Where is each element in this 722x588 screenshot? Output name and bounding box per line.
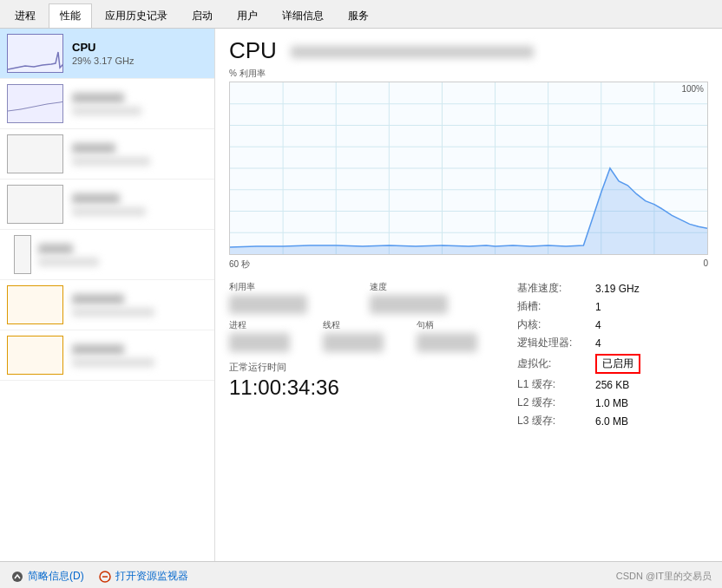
info-l1-val: 256 KB xyxy=(595,379,629,391)
stat-util: 利用率 xyxy=(229,281,370,314)
stats-left: 利用率 速度 进程 线程 xyxy=(229,281,510,432)
sidebar-item-mem[interactable] xyxy=(0,79,214,129)
open-monitor-label: 打开资源监视器 xyxy=(115,569,188,584)
sidebar: CPU 29% 3.17 GHz xyxy=(0,29,215,561)
content-header: CPU xyxy=(229,37,708,64)
tab-details[interactable]: 详细信息 xyxy=(271,3,335,28)
mem-mini-graph xyxy=(7,84,63,123)
info-l1: L1 缓存: 256 KB xyxy=(517,377,708,392)
tab-users[interactable]: 用户 xyxy=(226,3,269,28)
gpu1-item-info xyxy=(72,294,207,317)
stat-row-proc-thread-handle: 进程 线程 句柄 xyxy=(229,319,510,352)
info-table: 基准速度: 3.19 GHz 插槽: 1 内核: 4 逻辑处理器: 4 xyxy=(517,281,708,428)
info-logical: 逻辑处理器: 4 xyxy=(517,336,708,350)
info-logical-key: 逻辑处理器: xyxy=(517,336,595,350)
cpu-chart: 100% xyxy=(229,82,708,255)
disk2-item-subtitle xyxy=(72,207,146,216)
gpu2-item-subtitle xyxy=(72,358,154,367)
tab-bar: 进程 性能 应用历史记录 启动 用户 详细信息 服务 xyxy=(0,0,722,29)
info-logical-val: 4 xyxy=(595,337,601,350)
summary-label: 简略信息(D) xyxy=(28,569,84,584)
sidebar-item-disk1[interactable] xyxy=(0,129,214,180)
info-core-key: 内核: xyxy=(517,317,595,332)
svg-rect-2 xyxy=(8,186,63,224)
net-item-subtitle xyxy=(38,258,99,266)
info-socket: 插槽: 1 xyxy=(517,299,708,314)
tab-services[interactable]: 服务 xyxy=(337,3,380,28)
net-item-title xyxy=(38,244,73,254)
info-l3: L3 缓存: 6.0 MB xyxy=(517,414,708,428)
content-subtitle-blurred xyxy=(291,46,534,58)
sidebar-item-disk2[interactable] xyxy=(0,180,214,230)
svg-rect-0 xyxy=(8,85,63,123)
info-l2-val: 1.0 MB xyxy=(595,397,628,409)
stats-section: 利用率 速度 进程 线程 xyxy=(229,281,708,432)
sidebar-item-cpu[interactable]: CPU 29% 3.17 GHz xyxy=(0,29,214,79)
tab-startup[interactable]: 启动 xyxy=(180,3,224,28)
info-base-speed: 基准速度: 3.19 GHz xyxy=(517,281,708,296)
summary-button[interactable]: 简略信息(D) xyxy=(10,569,84,584)
uptime-value: 11:00:34:36 xyxy=(229,376,510,400)
info-l3-key: L3 缓存: xyxy=(517,414,595,428)
stat-process: 进程 xyxy=(229,319,323,352)
stat-util-value xyxy=(229,295,307,314)
stat-thread-label: 线程 xyxy=(323,319,417,331)
stat-speed-label: 速度 xyxy=(370,281,510,293)
net-item-info xyxy=(38,244,207,266)
sidebar-item-gpu1[interactable] xyxy=(0,280,214,330)
stat-speed: 速度 xyxy=(370,281,510,314)
stat-thread: 线程 xyxy=(323,319,417,352)
uptime-label: 正常运行时间 xyxy=(229,361,510,374)
mem-item-info xyxy=(72,93,207,115)
net-mini-graph xyxy=(14,235,31,274)
disk1-item-subtitle xyxy=(72,157,150,166)
main-layout: CPU 29% 3.17 GHz xyxy=(0,29,722,561)
uptime-container: 正常运行时间 11:00:34:36 xyxy=(229,361,510,400)
sidebar-item-gpu2[interactable] xyxy=(0,330,214,381)
open-monitor-button[interactable]: 打开资源监视器 xyxy=(98,569,188,584)
chevron-up-icon xyxy=(10,570,24,584)
info-socket-val: 1 xyxy=(595,301,601,313)
info-virt-val: 已启用 xyxy=(595,354,640,374)
svg-point-21 xyxy=(12,572,23,582)
disk2-item-info xyxy=(72,193,207,216)
tab-process[interactable]: 进程 xyxy=(3,3,47,28)
info-core: 内核: 4 xyxy=(517,317,708,332)
info-l1-key: L1 缓存: xyxy=(517,377,595,392)
gpu2-item-title xyxy=(72,344,124,355)
info-socket-key: 插槽: xyxy=(517,299,595,314)
bottom-left: 简略信息(D) 打开资源监视器 xyxy=(10,569,188,584)
chart-time-left: 60 秒 xyxy=(229,258,250,271)
content-area: CPU % 利用率 100% xyxy=(215,29,722,561)
info-l3-val: 6.0 MB xyxy=(595,415,628,428)
disk1-item-info xyxy=(72,143,207,166)
chart-y-label: % 利用率 xyxy=(229,68,708,80)
sidebar-item-net[interactable] xyxy=(0,230,214,280)
bottom-bar: 简略信息(D) 打开资源监视器 CSDN @IT里的交易员 xyxy=(0,561,722,588)
tab-app-history[interactable]: 应用历史记录 xyxy=(94,3,179,28)
stat-process-value xyxy=(229,333,290,352)
info-core-val: 4 xyxy=(595,319,601,331)
gpu2-item-info xyxy=(72,344,207,367)
chart-time-right: 0 xyxy=(703,258,708,271)
gpu2-mini-graph xyxy=(7,336,63,375)
info-base-speed-key: 基准速度: xyxy=(517,281,595,296)
tab-performance[interactable]: 性能 xyxy=(49,3,92,28)
svg-rect-4 xyxy=(8,336,63,375)
stat-thread-value xyxy=(323,333,384,352)
disk2-mini-graph xyxy=(7,185,63,224)
info-base-speed-val: 3.19 GHz xyxy=(595,283,640,295)
disk1-item-title xyxy=(72,143,115,154)
cpu-mini-graph xyxy=(7,34,63,73)
stat-handle-value xyxy=(417,333,477,352)
disk1-mini-graph xyxy=(7,134,63,173)
mem-item-title xyxy=(72,93,124,103)
chart-time-labels: 60 秒 0 xyxy=(229,258,708,271)
stat-speed-value xyxy=(370,295,448,314)
info-l2-key: L2 缓存: xyxy=(517,395,595,410)
svg-rect-1 xyxy=(8,135,63,173)
mem-item-subtitle xyxy=(72,107,141,115)
page-title: CPU xyxy=(229,37,277,64)
chart-svg xyxy=(230,82,707,254)
chart-y-max: 100% xyxy=(681,84,704,94)
